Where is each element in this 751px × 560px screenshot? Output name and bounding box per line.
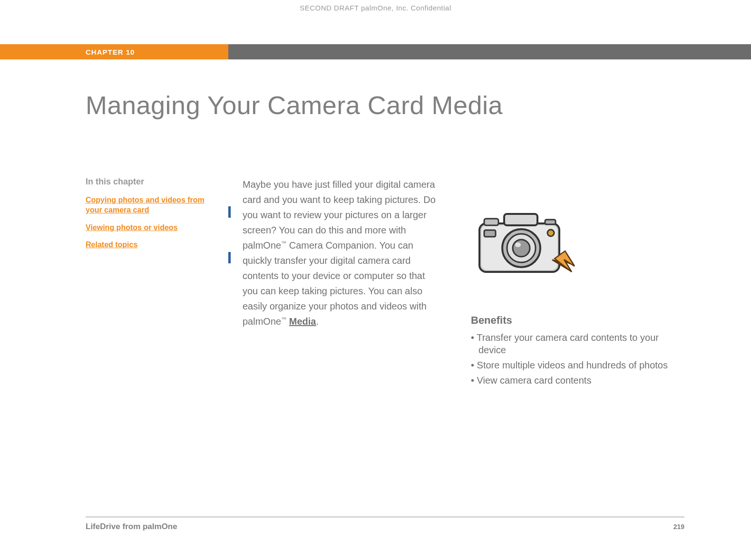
right-column: Benefits Transfer your camera card conte… xyxy=(471,177,671,389)
chapter-orange-block: CHAPTER 10 xyxy=(0,44,228,59)
change-bar-icon xyxy=(228,252,231,263)
benefits-heading: Benefits xyxy=(471,314,671,327)
sidebar-heading: In this chapter xyxy=(86,177,214,187)
svg-rect-2 xyxy=(504,214,537,225)
benefits-list: Transfer your camera card contents to yo… xyxy=(471,331,671,386)
svg-point-8 xyxy=(515,242,521,247)
trademark-symbol: ™ xyxy=(281,316,286,322)
page-title: Managing Your Camera Card Media xyxy=(86,90,751,120)
sidebar-link-copying[interactable]: Copying photos and videos from your came… xyxy=(86,195,214,215)
trademark-symbol: ™ xyxy=(281,240,286,246)
footer-product-name: LifeDrive from palmOne xyxy=(86,522,177,531)
benefits-item: Store multiple videos and hundreds of ph… xyxy=(471,359,671,371)
chapter-gray-block xyxy=(228,44,751,59)
intro-paragraph: Maybe you have just filled your digital … xyxy=(243,177,442,329)
in-this-chapter-sidebar: In this chapter Copying photos and video… xyxy=(86,177,214,389)
benefits-item: Transfer your camera card contents to yo… xyxy=(471,331,671,356)
main-text-column: Maybe you have just filled your digital … xyxy=(243,177,442,389)
svg-rect-3 xyxy=(484,219,498,225)
svg-rect-10 xyxy=(484,230,496,237)
svg-point-7 xyxy=(513,240,530,257)
period: . xyxy=(316,316,319,327)
change-bar-icon xyxy=(228,206,231,218)
svg-rect-4 xyxy=(545,220,556,224)
media-link[interactable]: Media xyxy=(289,316,316,327)
chapter-bar: CHAPTER 10 xyxy=(0,44,751,59)
page-footer: LifeDrive from palmOne 219 xyxy=(86,517,684,531)
svg-point-9 xyxy=(547,230,554,236)
footer-page-number: 219 xyxy=(673,523,684,531)
camera-icon xyxy=(471,201,671,286)
content-area: In this chapter Copying photos and video… xyxy=(86,177,751,389)
benefits-item: View camera card contents xyxy=(471,374,671,386)
sidebar-link-viewing[interactable]: Viewing photos or videos xyxy=(86,223,214,233)
header-confidential: SECOND DRAFT palmOne, Inc. Confidential xyxy=(0,0,751,12)
paragraph-text: Camera Companion. You can quickly transf… xyxy=(243,240,427,327)
sidebar-link-related[interactable]: Related topics xyxy=(86,240,214,250)
chapter-label: CHAPTER 10 xyxy=(86,48,135,56)
